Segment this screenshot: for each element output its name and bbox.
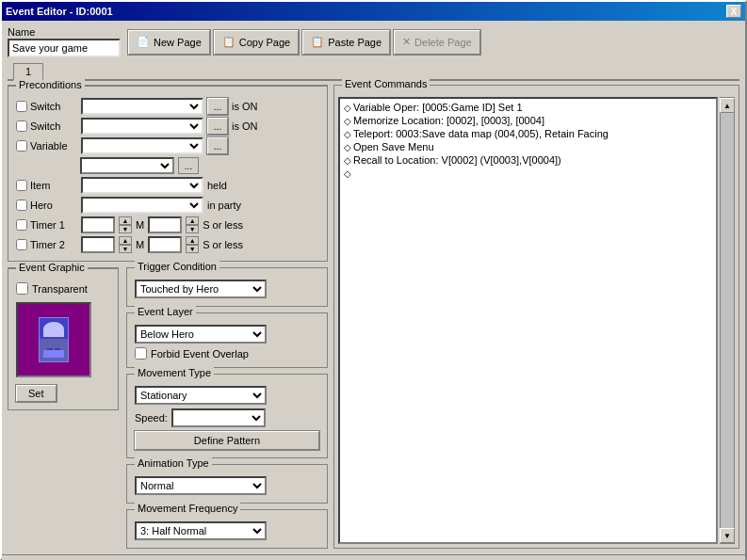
delete-page-button[interactable]: ✕ Delete Page <box>394 30 480 55</box>
timer2-checkbox[interactable] <box>16 239 27 250</box>
movement-frequency-group: Movement Frequency 1: Lowest 2: Low 3: H… <box>126 509 328 549</box>
command-item: ◇ Memorize Location: [0002], [0003], [00… <box>342 114 714 127</box>
switch2-select[interactable] <box>81 118 203 135</box>
timer1-sec-up[interactable]: ▲ <box>186 216 199 225</box>
hero-checkbox[interactable] <box>16 200 27 211</box>
trigger-condition-group: Trigger Condition Touched by Hero Action… <box>126 267 328 307</box>
toolbar-buttons: 📄 New Page 📋 Copy Page 📋 Paste Page ✕ De… <box>128 30 480 55</box>
event-layer-group: Event Layer Below Hero Same as Hero Abov… <box>126 312 328 368</box>
switch1-select[interactable] <box>81 98 203 115</box>
diamond-icon: ◇ <box>344 129 351 139</box>
hero-select[interactable] <box>81 197 203 214</box>
trigger-condition-title: Trigger Condition <box>135 261 219 272</box>
switch2-btn[interactable]: ... <box>207 118 228 135</box>
variable-value-btn[interactable]: ... <box>178 157 199 174</box>
transparent-label: Transparent <box>32 283 88 295</box>
timer2-sec-down[interactable]: ▼ <box>186 245 199 253</box>
trigger-condition-select[interactable]: Touched by Hero Action Key Auto-start Pa… <box>135 280 267 298</box>
define-pattern-button[interactable]: Define Pattern <box>135 431 319 450</box>
set-button[interactable]: Set <box>16 385 57 402</box>
timer2-up[interactable]: ▲ <box>119 236 132 245</box>
scroll-track[interactable] <box>721 113 734 528</box>
hero-in-party: in party <box>207 200 241 211</box>
speed-select[interactable] <box>171 408 266 427</box>
close-button[interactable]: X <box>726 5 741 18</box>
paste-page-button[interactable]: 📋 Paste Page <box>302 30 390 55</box>
sprite-preview <box>39 317 69 362</box>
item-checkbox[interactable] <box>16 180 27 191</box>
timer2-m: M <box>136 239 144 250</box>
diamond-icon: ◇ <box>344 103 351 113</box>
event-graphic-box: Event Graphic Transparent <box>8 267 121 549</box>
variable-row: Variable ... <box>16 137 319 154</box>
timer1-label: Timer 1 <box>16 219 77 231</box>
movement-type-select[interactable]: Stationary Random Follow Hero Custom <box>135 386 267 405</box>
timer1-m: M <box>136 219 144 231</box>
switch2-checkbox[interactable] <box>16 120 27 132</box>
item-held: held <box>207 180 227 191</box>
timer1-sec-down[interactable]: ▼ <box>186 225 199 233</box>
right-conditions: Trigger Condition Touched by Hero Action… <box>126 267 328 549</box>
command-text: Memorize Location: [0002], [0003], [0004… <box>353 115 544 126</box>
item-select[interactable] <box>81 177 203 194</box>
variable-btn[interactable]: ... <box>207 137 228 154</box>
variable-label: Variable <box>16 140 77 152</box>
animation-type-select[interactable]: Normal Fixed facing Spin Fixed graphic <box>135 476 267 495</box>
switch1-ison: is ON <box>232 101 258 112</box>
switch2-row: Switch ... is ON <box>16 118 319 135</box>
copy-icon: 📋 <box>222 36 235 48</box>
new-page-icon: 📄 <box>137 36 150 48</box>
tab-1[interactable]: 1 <box>13 63 43 81</box>
commands-scrollbar: ▲ ▼ <box>720 97 735 544</box>
scroll-up-button[interactable]: ▲ <box>720 98 735 113</box>
variable-checkbox[interactable] <box>16 140 27 152</box>
timer1-down[interactable]: ▼ <box>119 225 132 233</box>
graphic-area <box>16 302 91 377</box>
switch1-btn[interactable]: ... <box>207 98 228 115</box>
scroll-down-button[interactable]: ▼ <box>720 528 735 543</box>
timer1-sless: S or less <box>203 219 243 231</box>
new-page-button[interactable]: 📄 New Page <box>128 30 210 55</box>
status-bar: ♪ <box>2 554 745 560</box>
speed-label: Speed: <box>135 412 168 424</box>
event-layer-select[interactable]: Below Hero Same as Hero Above Hero <box>135 325 267 344</box>
timer1-input[interactable] <box>81 216 115 233</box>
diamond-icon: ◇ <box>344 116 351 126</box>
switch2-ison: is ON <box>232 120 258 132</box>
timer2-label: Timer 2 <box>16 239 77 250</box>
timer1-up[interactable]: ▲ <box>119 216 132 225</box>
timer1-row: Timer 1 ▲ ▼ M ▲ ▼ <box>16 216 319 233</box>
movement-type-title: Movement Type <box>135 367 214 378</box>
hero-row: Hero in party <box>16 197 319 214</box>
timer1-checkbox[interactable] <box>16 219 27 231</box>
timer2-input[interactable] <box>81 236 115 253</box>
variable-compare-select[interactable] <box>80 157 174 174</box>
preconditions-group: Preconditions Switch ... is ON <box>8 85 328 262</box>
switch2-label: Switch <box>16 120 77 132</box>
diamond-icon: ◇ <box>344 168 351 179</box>
timer2-seconds[interactable] <box>148 236 182 253</box>
command-text: Recall to Location: V[0002] (V[0003],V[0… <box>353 154 561 166</box>
transparent-checkbox[interactable] <box>16 282 28 295</box>
hero-label: Hero <box>16 200 77 211</box>
commands-list[interactable]: ◇ Variable Oper: [0005:Game ID] Set 1 ◇ … <box>338 97 718 544</box>
timer1-spinner: ▲ ▼ <box>119 216 132 233</box>
forbid-label: Forbid Event Overlap <box>151 348 249 360</box>
timer2-down[interactable]: ▼ <box>119 245 132 253</box>
switch1-checkbox[interactable] <box>16 101 27 112</box>
timer1-seconds[interactable] <box>148 216 182 233</box>
event-commands-panel: Event Commands ◇ Variable Oper: [0005:Ga… <box>333 85 739 549</box>
speed-row: Speed: <box>135 408 319 427</box>
command-item: ◇ <box>342 167 714 180</box>
variable-value-row: ... <box>16 157 319 174</box>
forbid-checkbox[interactable] <box>135 347 147 360</box>
timer2-sec-up[interactable]: ▲ <box>186 236 199 245</box>
name-label: Name <box>8 26 121 38</box>
forbid-row: Forbid Event Overlap <box>135 347 319 360</box>
variable-select[interactable] <box>81 137 203 154</box>
copy-page-button[interactable]: 📋 Copy Page <box>214 30 299 55</box>
movement-type-row: Stationary Random Follow Hero Custom <box>135 386 319 405</box>
name-input[interactable] <box>8 39 121 57</box>
movement-frequency-select[interactable]: 1: Lowest 2: Low 3: Half Normal 4: High … <box>135 521 267 540</box>
name-group: Name <box>8 26 121 57</box>
